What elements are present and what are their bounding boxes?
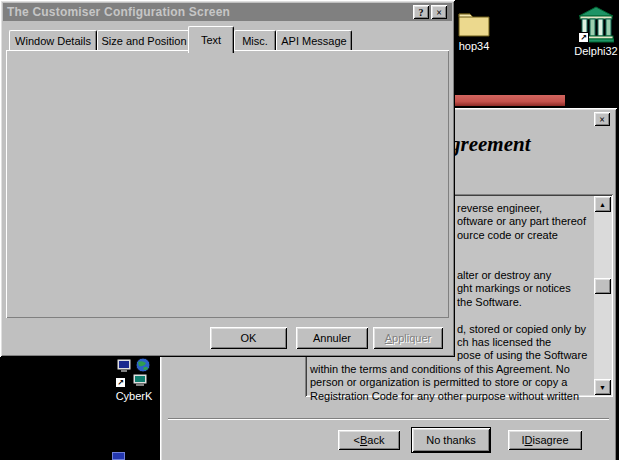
no-thanks-button[interactable]: No thanks <box>412 428 490 452</box>
close-icon[interactable]: × <box>431 5 447 19</box>
desktop-icon-label: Delphi32 <box>570 45 619 57</box>
license-line: ource code or create <box>457 229 558 241</box>
tab-text[interactable]: Text <box>188 26 234 53</box>
ok-button[interactable]: OK <box>210 327 287 349</box>
partial-desktop-icon <box>112 452 125 460</box>
cancel-button[interactable]: Annuler <box>296 327 368 349</box>
license-line: ght markings or notices <box>457 282 571 294</box>
tab-window-details[interactable]: Window Details <box>9 30 97 51</box>
red-banner-fragment <box>440 95 565 106</box>
license-line: oftware or any part thereof <box>457 215 586 227</box>
license-line: pose of using the Software <box>457 349 587 361</box>
vertical-scrollbar[interactable]: ▲ ▼ <box>594 196 611 395</box>
license-line: within the terms and conditions of this … <box>310 363 570 375</box>
shortcut-arrow-icon: ↗ <box>578 32 589 43</box>
window-title: The Customiser Configuration Screen <box>7 5 230 19</box>
close-icon[interactable]: × <box>594 112 610 126</box>
license-line: alter or destroy any <box>457 269 551 281</box>
desktop-icon-label: CyberK <box>108 390 160 402</box>
shortcut-arrow-icon: ↗ <box>115 377 126 388</box>
license-line: the Software. <box>457 296 522 308</box>
license-line: ch has licensed the <box>457 336 551 348</box>
license-line: reverse engineer, <box>457 202 542 214</box>
desktop-icon-delphi32[interactable]: ↗ Delphi32 <box>570 6 619 57</box>
scroll-up-icon[interactable]: ▲ <box>594 196 611 212</box>
back-button[interactable]: < Back <box>338 430 400 450</box>
folder-icon <box>457 8 491 38</box>
license-line: person or organization is permitted to s… <box>310 376 567 388</box>
no-thanks-button-default-ring[interactable]: No thanks <box>411 427 491 453</box>
help-icon[interactable]: ? <box>413 5 429 19</box>
tab-api-message[interactable]: API Message <box>276 30 352 51</box>
license-line: d, stored or copied only by <box>457 323 586 335</box>
tab-page-text <box>6 50 449 318</box>
license-line: Registration Code for any other purpose … <box>310 390 579 402</box>
apply-button: Appliquer <box>373 327 443 349</box>
scrollbar-thumb[interactable] <box>594 278 611 294</box>
scroll-down-icon[interactable]: ▼ <box>594 379 611 395</box>
tab-size-and-position[interactable]: Size and Position <box>97 30 191 51</box>
desktop-icon-cyberk[interactable]: ↗ CyberK <box>108 358 160 402</box>
disagree-button[interactable]: I Disagree <box>508 430 582 450</box>
divider <box>168 418 609 420</box>
tab-misc[interactable]: Misc. <box>234 30 276 51</box>
customiser-configuration-dialog: The Customiser Configuration Screen ? × … <box>0 0 455 357</box>
title-bar: The Customiser Configuration Screen <box>3 3 452 21</box>
